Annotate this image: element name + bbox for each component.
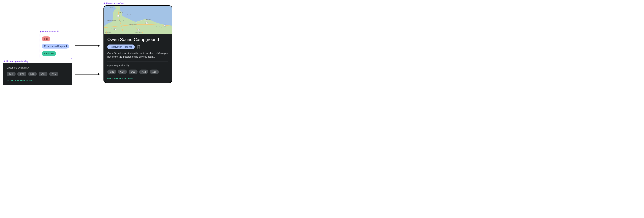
svg-text:Hepworth: Hepworth (119, 20, 124, 22)
reservation-card: 6 21 10 26 26 Mar (104, 5, 172, 83)
date-chip[interactable]: 7/15 (49, 72, 58, 76)
svg-text:Owen Sound: Owen Sound (129, 24, 137, 25)
reservation-card-wrap: Reservation Card 6 (104, 2, 172, 83)
arrow-icon (75, 44, 100, 48)
date-chip[interactable]: 6/25 (129, 70, 138, 74)
chip-full[interactable]: Full (42, 37, 50, 41)
sparkle-icon (3, 60, 5, 62)
map-area[interactable]: 6 21 10 26 26 Mar (104, 6, 172, 34)
go-to-reservations-link[interactable]: GO TO RESERVATIONS (107, 77, 168, 80)
card-date-row: 6/22 6/23 6/25 7/12 7/15 (107, 70, 168, 74)
upcoming-title: Upcoming availability (7, 66, 68, 69)
reservation-chip-panel: Reservation Chip Full Reservation Requir… (40, 30, 72, 59)
date-chip[interactable]: 6/25 (28, 72, 37, 76)
date-chip[interactable]: 6/22 (107, 70, 116, 74)
component-label-upcoming: Upcoming Availability (3, 60, 72, 63)
bookmark-icon[interactable] (137, 45, 140, 49)
divider (107, 61, 168, 62)
svg-text:Thornbury: Thornbury (156, 26, 162, 28)
component-label-text: Reservation Card (106, 2, 124, 5)
date-chip[interactable]: 7/12 (38, 72, 48, 76)
svg-text:Mar: Mar (110, 7, 113, 8)
svg-text:Meaford: Meaford (146, 19, 151, 20)
card-title: Owen Sound Campground (107, 37, 168, 42)
card-description: Owen Sound is located on the southern sh… (107, 52, 168, 59)
card-upcoming-title: Upcoming availability (107, 64, 168, 67)
svg-text:Chatsworth: Chatsworth (136, 32, 142, 33)
date-chip[interactable]: 6/22 (7, 72, 16, 76)
svg-text:Port Elgin: Port Elgin (105, 32, 111, 33)
svg-text:26: 26 (164, 25, 166, 26)
date-chip[interactable]: 6/23 (118, 70, 127, 74)
date-chip[interactable]: 7/15 (150, 70, 159, 74)
component-label-reservation-card: Reservation Card (104, 2, 172, 5)
sparkle-icon (104, 2, 106, 4)
svg-text:26: 26 (146, 23, 147, 24)
svg-text:Sauble Beach: Sauble Beach (107, 20, 116, 21)
date-chip[interactable]: 7/12 (139, 70, 148, 74)
svg-text:Southampton: Southampton (111, 28, 119, 30)
component-label-text: Reservation Chip (42, 30, 60, 33)
svg-text:Wiarton: Wiarton (119, 12, 124, 13)
chip-row: Reservation Required (107, 45, 168, 49)
upcoming-availability-panel: Upcoming Availability Upcoming availabil… (3, 60, 72, 85)
sparkle-icon (40, 31, 42, 33)
svg-text:Kemble: Kemble (128, 14, 132, 16)
svg-text:6: 6 (118, 16, 119, 17)
chip-box: Full Reservation Required Available (40, 34, 72, 59)
go-to-reservations-link[interactable]: GO TO RESERVATIONS (7, 79, 68, 82)
status-chip[interactable]: Reservation Required (107, 45, 135, 49)
chip-reservation-required[interactable]: Reservation Required (42, 44, 69, 49)
date-row: 6/22 6/23 6/25 7/12 7/15 (7, 72, 68, 76)
component-label-reservation-chip: Reservation Chip (40, 30, 72, 33)
arrow-icon (75, 72, 100, 76)
upcoming-box: Upcoming availability 6/22 6/23 6/25 7/1… (3, 63, 72, 85)
card-body: Owen Sound Campground Reservation Requir… (104, 34, 172, 83)
chip-available[interactable]: Available (42, 51, 56, 56)
svg-text:10: 10 (138, 30, 139, 31)
component-label-text: Upcoming Availability (6, 60, 28, 63)
date-chip[interactable]: 6/23 (17, 72, 26, 76)
